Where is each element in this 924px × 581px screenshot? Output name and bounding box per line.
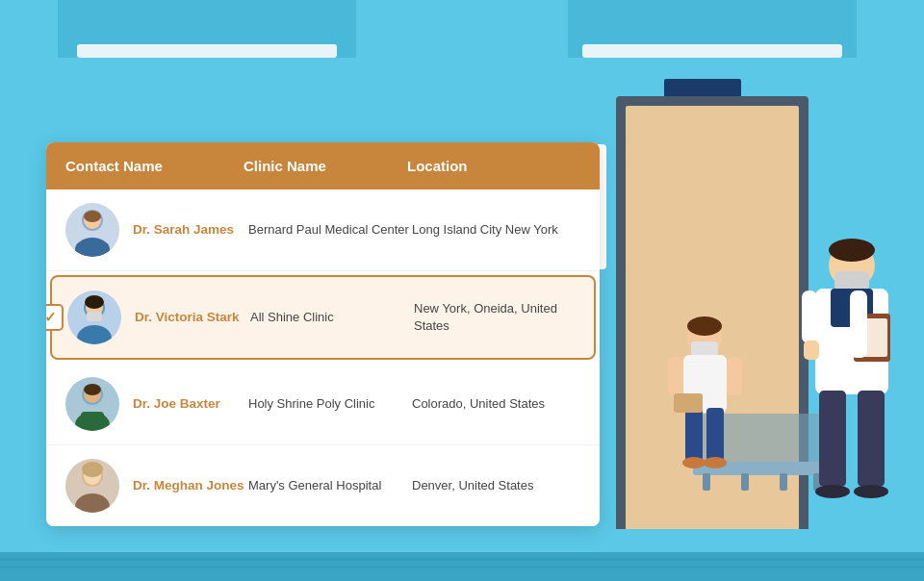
floor-line-1 [0,558,924,561]
svg-point-6 [682,457,706,468]
svg-point-20 [815,485,850,498]
svg-rect-4 [685,408,703,461]
row-checkbox[interactable]: ✓ [46,304,64,331]
directory-table: Contact Name Clinic Name Location Dr. Sa… [46,142,600,526]
svg-point-13 [829,239,875,262]
svg-rect-8 [668,357,683,395]
svg-rect-22 [850,290,867,358]
svg-point-7 [704,457,727,468]
avatar [65,459,119,513]
doctor-name-cell: Dr. Meghan Jones [133,477,248,495]
table-row-selected[interactable]: Dr. Victoria Stark All Shine Clinic New … [50,275,596,360]
doctor-name: Dr. Victoria Stark [135,309,250,327]
doctor-name-cell: Dr. Sarah James [133,221,248,240]
svg-point-30 [84,211,101,222]
bench-leg-3 [780,473,787,491]
svg-rect-19 [858,391,885,487]
floor [0,552,924,581]
svg-rect-35 [87,312,102,321]
svg-point-32 [77,325,112,344]
svg-point-39 [84,384,101,395]
doctor-name: Dr. Meghan Jones [133,477,248,495]
location-cell: New York, Oneida, United States [414,300,578,335]
selected-row-wrapper[interactable]: ✓ Dr. Victoria Stark All Shine Clinic Ne… [46,271,600,364]
doctor-name: Dr. Sarah James [133,221,248,240]
svg-rect-23 [802,290,817,343]
avatar [65,203,119,257]
doctor-name-cell: Dr. Victoria Stark [135,309,250,327]
ceiling-light-right [568,0,857,58]
svg-point-21 [854,485,888,498]
avatar [65,377,119,431]
patient-figure [664,316,746,509]
svg-rect-5 [706,408,724,461]
location-cell: Denver, United States [412,477,580,494]
svg-point-34 [85,295,104,309]
light-bar-left [77,44,337,58]
table-row[interactable]: Dr. Meghan Jones Mary's General Hospital… [46,445,600,526]
location-cell: Long Island City New York [412,221,580,239]
svg-point-42 [75,493,110,513]
svg-rect-18 [819,391,846,487]
svg-rect-1 [691,341,718,357]
svg-rect-9 [727,357,742,395]
clinic-name-cell: Holy Shrine Poly Clinic [248,395,412,413]
avatar [67,290,121,344]
svg-rect-12 [834,271,869,290]
svg-rect-10 [674,393,703,413]
svg-point-28 [94,241,110,257]
doctor-figure [794,237,910,554]
doctor-name: Dr. Joe Baxter [133,395,248,414]
table-row[interactable]: Dr. Sarah James Bernard Paul Medical Cen… [46,189,600,271]
floor-line-2 [0,566,924,568]
svg-rect-24 [804,341,819,360]
header-contact-name: Contact Name [65,158,244,174]
svg-rect-40 [81,412,104,425]
clinic-name-cell: All Shine Clinic [250,309,414,326]
svg-point-44 [82,462,103,477]
location-cell: Colorado, United States [412,395,580,413]
table-row[interactable]: Dr. Joe Baxter Holy Shrine Poly Clinic C… [46,364,600,445]
doctor-name-cell: Dr. Joe Baxter [133,395,248,414]
table-header: Contact Name Clinic Name Location [46,142,600,189]
ceiling-light-left [58,0,356,58]
header-clinic-name: Clinic Name [244,158,407,174]
clinic-name-cell: Mary's General Hospital [248,477,412,494]
svg-point-27 [75,241,90,257]
light-bar-right [582,44,842,58]
svg-point-2 [687,316,722,336]
clinic-name-cell: Bernard Paul Medical Center [248,221,412,239]
header-location: Location [407,158,580,174]
checkmark-icon: ✓ [46,309,57,326]
